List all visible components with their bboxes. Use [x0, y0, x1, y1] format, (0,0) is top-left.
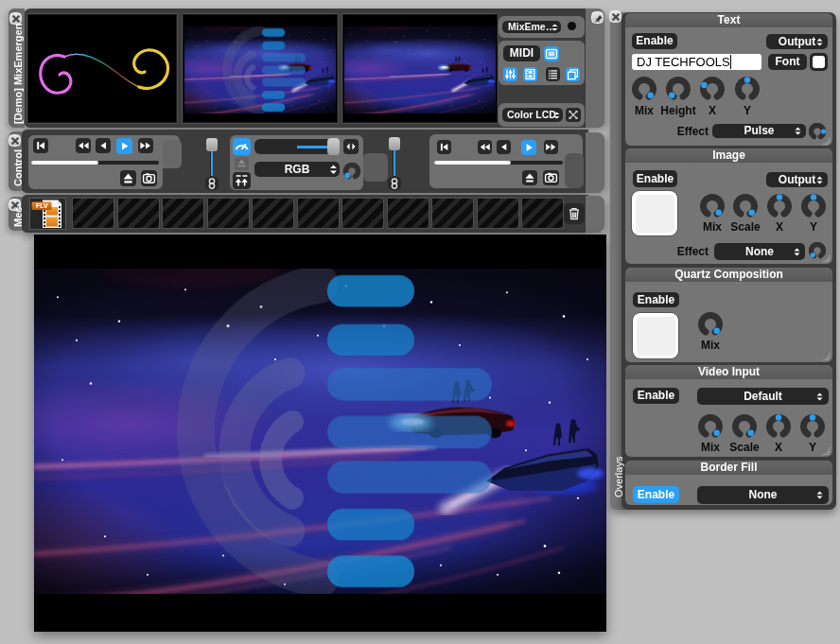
svg-text:FLV: FLV	[36, 202, 48, 209]
svg-text:Overlays: Overlays	[613, 456, 624, 497]
svg-text:Mec: Mec	[12, 207, 24, 227]
